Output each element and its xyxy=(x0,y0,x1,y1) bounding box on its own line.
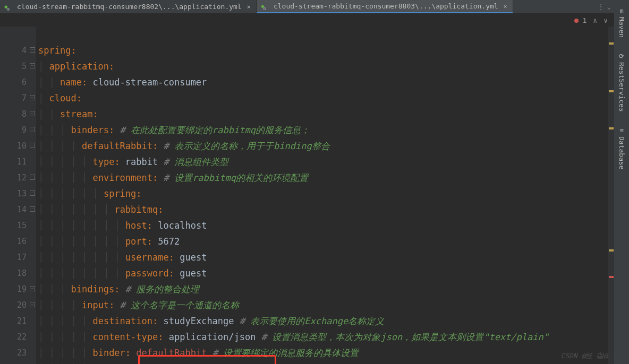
line-number: 21 xyxy=(0,313,36,329)
code-line: │ │ │ │ defaultRabbit: # 表示定义的名称，用于于bind… xyxy=(38,138,614,154)
tool-tab-label: Database xyxy=(618,136,626,170)
maven-icon: m xyxy=(619,7,623,15)
line-number: 18 xyxy=(0,265,36,281)
code-line: │ │ │ bindings: # 服务的整合处理 xyxy=(38,281,614,297)
line-number: 24 xyxy=(0,361,36,364)
code-line: │ │ │ │ │ │ │ │ password: guest xyxy=(38,265,614,281)
fold-icon[interactable]: − xyxy=(30,111,35,116)
code-line: │ │ │ │ │ binder: defaultRabbit # 设置要绑定的… xyxy=(38,345,614,361)
tool-window-tab-maven[interactable]: mMaven xyxy=(617,4,627,41)
restservices-icon: ⟳ xyxy=(619,53,624,60)
tabs-dropdown-icon[interactable]: ⌄ xyxy=(607,3,611,11)
line-number: 12− xyxy=(0,170,36,186)
code-line: │ │ │ │ │ environment: # 设置rabbitmq的相关的环… xyxy=(38,170,614,186)
tab-label: cloud-stream-rabbitmq-consumer8802\...\a… xyxy=(17,3,242,11)
code-line: │ │ │ │ │ content-type: application/json… xyxy=(38,329,614,345)
code-line: │ │ │ │ │ │ spring: xyxy=(38,186,614,202)
right-tool-panel: mMaven⟳RestServices≡Database xyxy=(614,0,629,364)
code-line: spring: xyxy=(38,42,614,58)
line-number: 15 xyxy=(0,218,36,233)
editor-tabs: ◆⚙cloud-stream-rabbitmq-consumer8802\...… xyxy=(0,0,614,14)
code-line: │ cloud: xyxy=(38,90,614,106)
code-area: 4−5−67−8−9−10−1112−13−14−1516171819−20−2… xyxy=(0,27,614,364)
prev-error-icon[interactable]: ∧ xyxy=(593,16,597,24)
line-number: 23 xyxy=(0,345,36,361)
line-number: 9− xyxy=(0,122,36,138)
error-bar: 1 ∧ ∨ xyxy=(0,14,614,27)
line-number: 10− xyxy=(0,138,36,154)
fold-icon[interactable]: − xyxy=(30,63,35,68)
line-number: 19− xyxy=(0,281,36,297)
watermark: CSDN @怪 咖@ xyxy=(560,351,608,361)
line-number: 13− xyxy=(0,186,36,202)
fold-icon[interactable]: − xyxy=(30,175,35,180)
line-number: 4− xyxy=(0,42,36,58)
config-badge-icon: ⚙ xyxy=(7,6,10,12)
line-number xyxy=(0,27,36,42)
error-indicator[interactable]: 1 xyxy=(574,16,587,24)
close-icon[interactable]: × xyxy=(504,3,507,10)
code-line: │ │ │ │ │ group: gxs #消费者分组名称 xyxy=(38,361,614,364)
fold-icon[interactable]: − xyxy=(30,143,35,148)
editor-area: ◆⚙cloud-stream-rabbitmq-consumer8802\...… xyxy=(0,0,614,364)
database-icon: ≡ xyxy=(619,127,623,134)
more-tabs-icon[interactable]: ⋮ xyxy=(598,3,604,11)
line-number: 7− xyxy=(0,90,36,106)
code-line: │ │ │ │ │ │ │ │ host: localhost xyxy=(38,218,614,233)
line-number: 16 xyxy=(0,233,36,249)
gutter: 4−5−67−8−9−10−1112−13−14−1516171819−20−2… xyxy=(0,27,36,364)
code-line: │ │ │ │ │ │ │ │ port: 5672 xyxy=(38,233,614,249)
editor-tab[interactable]: ◆⚙cloud-stream-rabbitmq-consumer8802\...… xyxy=(0,0,257,13)
tab-label: cloud-stream-rabbitmq-consumer8803\...\a… xyxy=(274,2,498,10)
next-error-icon[interactable]: ∨ xyxy=(604,16,608,24)
fold-icon[interactable]: − xyxy=(30,95,35,100)
fold-icon[interactable]: − xyxy=(30,206,35,212)
code-line: │ │ name: cloud-stream-consumer xyxy=(38,74,614,90)
fold-icon[interactable]: − xyxy=(30,190,35,196)
code-line: │ application: xyxy=(38,58,614,74)
code-line: │ │ │ binders: # 在此处配置要绑定的rabbitmq的服务信息； xyxy=(38,122,614,138)
line-number: 8− xyxy=(0,106,36,122)
marker-strip xyxy=(608,27,614,364)
code-content[interactable]: spring:│ application:│ │ name: cloud-str… xyxy=(36,27,614,364)
code-line: │ │ │ │ │ │ │ │ username: guest xyxy=(38,249,614,265)
editor-tab[interactable]: ◆⚙cloud-stream-rabbitmq-consumer8803\...… xyxy=(257,0,513,13)
code-line: │ │ stream: xyxy=(38,106,614,122)
fold-icon[interactable]: − xyxy=(30,47,35,53)
line-number: 17 xyxy=(0,249,36,265)
line-number: 22 xyxy=(0,329,36,345)
line-number: 6 xyxy=(0,74,36,90)
line-number: 20− xyxy=(0,297,36,313)
error-count: 1 xyxy=(583,16,587,24)
code-line xyxy=(38,27,614,42)
tool-window-tab-database[interactable]: ≡Database xyxy=(617,124,627,173)
line-number: 5− xyxy=(0,58,36,74)
fold-icon[interactable]: − xyxy=(30,286,35,291)
code-line: │ │ │ │ │ type: rabbit # 消息组件类型 xyxy=(38,154,614,170)
fold-icon[interactable]: − xyxy=(30,302,35,307)
code-line: │ │ │ │ │ destination: studyExchange # 表… xyxy=(38,313,614,329)
tool-tab-label: Maven xyxy=(618,17,626,38)
close-icon[interactable]: × xyxy=(247,3,251,11)
code-line: │ │ │ │ │ │ │ rabbitmq: xyxy=(38,202,614,218)
line-number: 11 xyxy=(0,154,36,170)
config-badge-icon: ⚙ xyxy=(264,6,266,11)
tool-tab-label: RestServices xyxy=(618,62,626,112)
code-line: │ │ │ │ input: # 这个名字是一个通道的名称 xyxy=(38,297,614,313)
line-number: 14− xyxy=(0,202,36,218)
fold-icon[interactable]: − xyxy=(30,127,35,132)
tool-window-tab-restservices[interactable]: ⟳RestServices xyxy=(617,49,627,115)
